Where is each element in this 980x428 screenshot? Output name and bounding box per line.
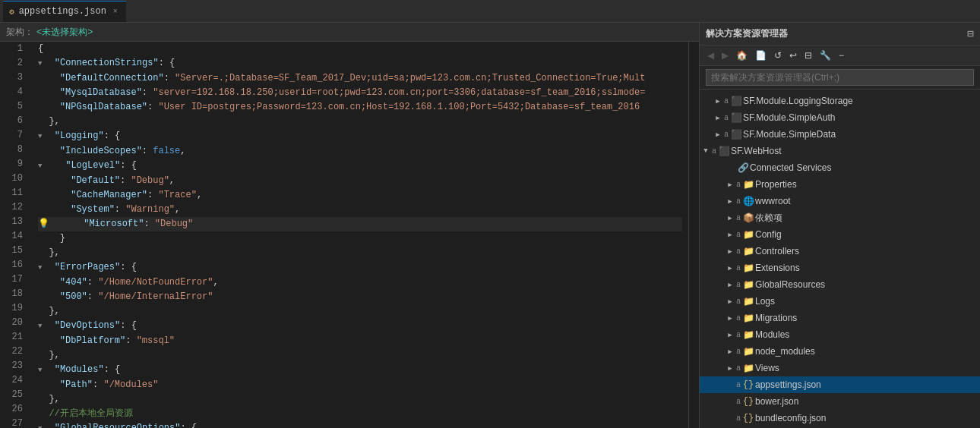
solution-tree: ▶a⬛SF.Module.LoggingStorage▶a⬛SF.Module.… xyxy=(700,90,980,428)
collapse-triangle[interactable]: ▼ xyxy=(38,162,42,170)
undo-button[interactable]: ↩ xyxy=(786,49,800,62)
code-line[interactable]: }, xyxy=(38,304,682,319)
editor-tab[interactable]: ⚙ appsettings.json × xyxy=(3,1,126,22)
code-line[interactable]: ▼ "Logging": { xyxy=(38,129,682,144)
tree-item-wwwroot[interactable]: ▶a🌐wwwroot xyxy=(700,193,980,209)
code-line[interactable]: 💡 "Microsoft": "Debug" xyxy=(38,217,682,231)
collapse-button[interactable]: ⊟ xyxy=(801,49,815,62)
code-line[interactable]: "CacheManager": "Trace", xyxy=(38,188,682,203)
collapse-triangle[interactable]: ▼ xyxy=(38,425,42,428)
collapse-triangle[interactable]: ▼ xyxy=(38,367,42,374)
tree-expand-icon[interactable]: ▶ xyxy=(712,95,724,107)
code-line[interactable]: } xyxy=(38,231,682,246)
tree-item-sf-module-simpleauth[interactable]: ▶a⬛SF.Module.SimpleAuth xyxy=(700,109,980,126)
deps-icon: 📦 xyxy=(741,212,755,224)
tree-expand-placeholder xyxy=(724,379,736,391)
code-line[interactable]: "Default": "Debug", xyxy=(38,174,682,188)
code-content[interactable]: {▼ "ConnectionStrings": { "DefaultConnec… xyxy=(32,42,688,428)
tree-item-appsettings[interactable]: a{}appsettings.json xyxy=(700,376,980,393)
code-line[interactable]: ▼ "GlobalResourceOptions": { xyxy=(38,421,682,428)
tab-close-button[interactable]: × xyxy=(111,7,120,17)
tree-expand-icon[interactable]: ▶ xyxy=(724,329,736,341)
code-line[interactable]: }, xyxy=(38,246,682,260)
tree-expand-icon[interactable]: ▼ xyxy=(700,145,712,157)
tree-expand-icon[interactable]: ▶ xyxy=(724,195,736,207)
tree-expand-icon[interactable]: ▶ xyxy=(724,262,736,274)
tree-expand-icon[interactable]: ▶ xyxy=(712,112,724,124)
tree-item-modules[interactable]: ▶a📁Modules xyxy=(700,326,980,343)
tree-item-controllers[interactable]: ▶a📁Controllers xyxy=(700,243,980,260)
tree-item-node-modules[interactable]: ▶a📁node_modules xyxy=(700,343,980,360)
line-number: 25 xyxy=(6,388,23,402)
folder-icon: 📁 xyxy=(741,312,755,324)
pin-icon[interactable]: ⊟ xyxy=(968,27,974,40)
collapse-triangle[interactable]: ▼ xyxy=(38,264,42,272)
folder-icon: 📁 xyxy=(741,362,755,374)
tree-item-bundleconfig[interactable]: a{}bundleconfig.json xyxy=(700,410,980,426)
forward-button[interactable]: ▶ xyxy=(719,49,732,62)
code-line[interactable]: "IncludeScopes": false, xyxy=(38,144,682,159)
search-input[interactable] xyxy=(706,69,974,86)
home-button[interactable]: 🏠 xyxy=(733,49,751,62)
code-line[interactable]: "System": "Warning", xyxy=(38,203,682,217)
code-editor[interactable]: 1234567891011121314151617181920212223242… xyxy=(0,42,699,428)
panel-toolbar: ◀ ▶ 🏠 📄 ↺ ↩ ⊟ 🔧 − xyxy=(700,46,980,66)
code-line[interactable]: "NPGsqlDatabase": "User ID=postgres;Pass… xyxy=(38,100,682,115)
code-line[interactable]: ▼ "ConnectionStrings": { xyxy=(38,56,682,71)
tree-item-properties[interactable]: ▶a📁Properties xyxy=(700,176,980,193)
code-line[interactable]: //开启本地全局资源 xyxy=(38,407,682,421)
json-bower-icon: {} xyxy=(741,395,755,408)
code-line[interactable]: ▼ "Modules": { xyxy=(38,363,682,378)
collapse-triangle[interactable]: ▼ xyxy=(38,133,42,140)
tree-item-label: Extensions xyxy=(755,263,800,273)
lock-icon: a xyxy=(736,348,741,356)
code-line[interactable]: "Path": "/Modules" xyxy=(38,378,682,392)
code-line[interactable]: }, xyxy=(38,115,682,129)
tree-item-views[interactable]: ▶a📁Views xyxy=(700,360,980,376)
subtract-button[interactable]: − xyxy=(836,49,847,62)
tree-expand-icon[interactable]: ▶ xyxy=(724,245,736,257)
code-line[interactable]: }, xyxy=(38,392,682,407)
tree-item-yilaixiang[interactable]: ▶a📦依赖项 xyxy=(700,209,980,226)
show-all-files-button[interactable]: 📄 xyxy=(752,49,770,62)
structure-value[interactable]: <未选择架构> xyxy=(36,26,93,39)
tree-item-globalresources[interactable]: ▶a📁GlobalResources xyxy=(700,276,980,293)
back-button[interactable]: ◀ xyxy=(704,49,717,62)
tree-expand-icon[interactable]: ▶ xyxy=(724,345,736,357)
tree-expand-icon[interactable]: ▶ xyxy=(724,362,736,374)
code-line[interactable]: "DefaultConnection": "Server=.;Database=… xyxy=(38,71,682,86)
tree-item-sf-module-logging[interactable]: ▶a⬛SF.Module.LoggingStorage xyxy=(700,93,980,109)
tree-item-logs[interactable]: ▶a📁Logs xyxy=(700,293,980,310)
tree-expand-icon[interactable]: ▶ xyxy=(724,279,736,291)
tree-item-connected-services[interactable]: 🔗Connected Services xyxy=(700,159,980,176)
code-line[interactable]: "404": "/Home/NotFoundError", xyxy=(38,275,682,290)
tree-item-extensions[interactable]: ▶a📁Extensions xyxy=(700,260,980,276)
tree-item-bower[interactable]: a{}bower.json xyxy=(700,393,980,410)
code-line[interactable]: { xyxy=(38,42,682,56)
code-line[interactable]: "MysqlDatabase": "server=192.168.18.250;… xyxy=(38,86,682,100)
tree-item-sf-webhost[interactable]: ▼a⬛SF.WebHost xyxy=(700,143,980,159)
tree-item-config[interactable]: ▶a📁Config xyxy=(700,226,980,243)
tree-expand-icon[interactable]: ▶ xyxy=(712,128,724,140)
refresh-button[interactable]: ↺ xyxy=(771,49,785,62)
folder-icon: 📁 xyxy=(741,178,755,190)
code-line[interactable]: }, xyxy=(38,348,682,363)
folder-icon: 📁 xyxy=(741,279,755,291)
tree-item-sf-module-simpledata[interactable]: ▶a⬛SF.Module.SimpleData xyxy=(700,126,980,143)
properties-button[interactable]: 🔧 xyxy=(817,49,834,62)
code-line[interactable]: ▼ "ErrorPages": { xyxy=(38,260,682,275)
code-line[interactable]: ▼ "LogLevel": { xyxy=(38,159,682,174)
tree-expand-icon[interactable]: ▶ xyxy=(724,312,736,324)
scrollbar[interactable] xyxy=(688,42,699,428)
tree-expand-icon[interactable]: ▶ xyxy=(724,228,736,241)
code-line[interactable]: "500": "/Home/InternalError" xyxy=(38,290,682,304)
tree-expand-icon[interactable]: ▶ xyxy=(724,178,736,190)
collapse-triangle[interactable]: ▼ xyxy=(38,323,42,330)
code-line[interactable]: "DbPlatform": "mssql" xyxy=(38,334,682,348)
tree-expand-icon[interactable]: ▶ xyxy=(724,295,736,307)
tree-expand-icon[interactable]: ▶ xyxy=(724,212,736,224)
tree-item-migrations[interactable]: ▶a📁Migrations xyxy=(700,310,980,326)
warning-glyph: 💡 xyxy=(38,219,49,229)
collapse-triangle[interactable]: ▼ xyxy=(38,60,42,68)
code-line[interactable]: ▼ "DevOptions": { xyxy=(38,319,682,334)
